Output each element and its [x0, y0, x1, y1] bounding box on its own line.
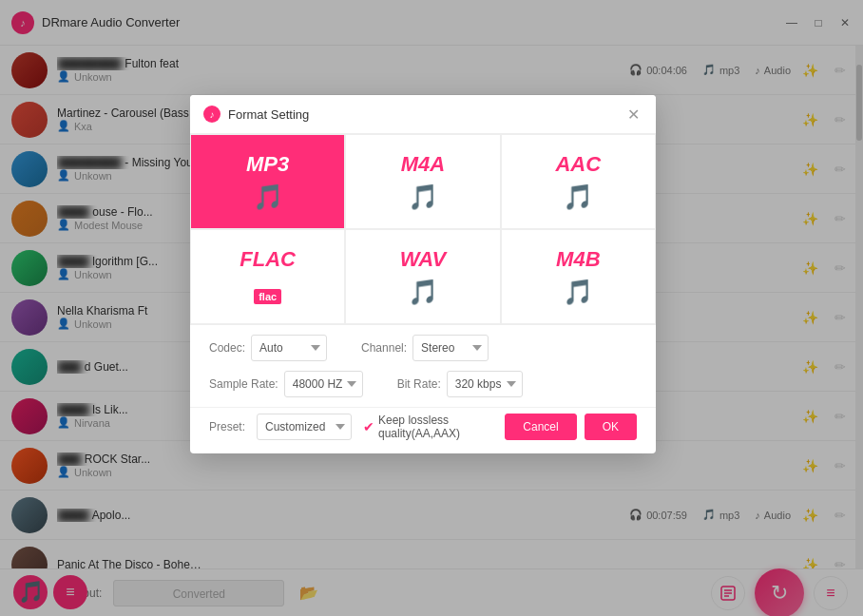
format-name-flac: FLAC: [240, 247, 296, 272]
check-icon: ✔: [363, 419, 374, 434]
format-setting-dialog: ♪ Format Setting ✕ MP3 🎵 M4A 🎵 AAC 🎵: [190, 95, 656, 453]
dialog-close-button[interactable]: ✕: [623, 105, 642, 124]
sample-rate-group: Sample Rate: 48000 HZ: [209, 371, 363, 397]
bit-rate-label: Bit Rate:: [397, 377, 441, 391]
format-icon-m4b: 🎵: [563, 278, 593, 307]
preset-select[interactable]: Customized: [257, 414, 352, 440]
channel-select[interactable]: Stereo: [412, 335, 489, 361]
format-name-m4b: M4B: [556, 247, 600, 272]
format-name-mp3: MP3: [246, 152, 289, 177]
format-m4b[interactable]: M4B 🎵: [501, 229, 656, 324]
bit-rate-select[interactable]: 320 kbps: [447, 371, 523, 397]
modal-overlay: ♪ Format Setting ✕ MP3 🎵 M4A 🎵 AAC 🎵: [0, 0, 863, 616]
dialog-logo: ♪: [203, 106, 221, 123]
preset-row: Preset: Customized ✔ Keep lossless quali…: [190, 407, 656, 453]
codec-group: Codec: Auto: [209, 335, 327, 361]
sample-rate-select[interactable]: 48000 HZ: [284, 371, 363, 397]
sample-rate-label: Sample Rate:: [209, 377, 278, 391]
ok-button[interactable]: OK: [585, 414, 637, 440]
dialog-buttons: Cancel OK: [505, 414, 637, 440]
format-name-m4a: M4A: [401, 152, 445, 177]
samplerate-bitrate-row: Sample Rate: 48000 HZ Bit Rate: 320 kbps: [190, 371, 656, 407]
bit-rate-group: Bit Rate: 320 kbps: [397, 371, 523, 397]
format-aac[interactable]: AAC 🎵: [501, 134, 656, 229]
format-name-aac: AAC: [555, 152, 601, 177]
format-icon-mp3: 🎵: [253, 183, 283, 212]
codec-label: Codec:: [209, 341, 245, 355]
dialog-title-bar: ♪ Format Setting ✕: [190, 95, 656, 134]
channel-label: Channel:: [361, 341, 407, 355]
format-icon-m4a: 🎵: [408, 183, 438, 212]
format-name-wav: WAV: [400, 247, 446, 272]
format-icon-flac: flac: [254, 278, 281, 307]
lossless-quality-check: ✔ Keep lossless quality(AA,AAX): [363, 414, 493, 440]
format-icon-aac: 🎵: [563, 183, 593, 212]
format-m4a[interactable]: M4A 🎵: [345, 134, 500, 229]
codec-select[interactable]: Auto: [251, 335, 327, 361]
format-flac[interactable]: FLAC flac: [190, 229, 345, 324]
lossless-label: Keep lossless quality(AA,AAX): [378, 414, 493, 440]
format-icon-wav: 🎵: [408, 278, 438, 307]
channel-group: Channel: Stereo: [361, 335, 489, 361]
format-mp3[interactable]: MP3 🎵: [190, 134, 345, 229]
format-grid: MP3 🎵 M4A 🎵 AAC 🎵 FLAC flac W: [190, 134, 656, 325]
codec-channel-row: Codec: Auto Channel: Stereo: [190, 325, 656, 371]
cancel-button[interactable]: Cancel: [505, 414, 576, 440]
format-wav[interactable]: WAV 🎵: [345, 229, 500, 324]
dialog-title: Format Setting: [228, 107, 623, 122]
preset-label: Preset:: [209, 420, 245, 433]
